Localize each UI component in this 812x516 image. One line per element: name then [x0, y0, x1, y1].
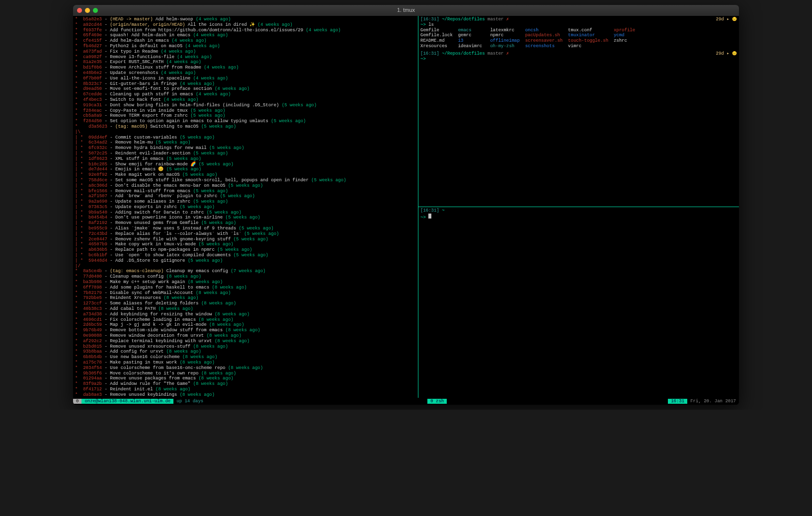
commit-line: | * b10c285 - Show emoji for rainbow-mod… [75, 162, 416, 167]
prompt-path: ~/Repos/dotfiles [442, 17, 485, 22]
commit-line: * 81a2e35 - Export RUST_SRC_PATH (4 week… [75, 60, 416, 65]
commit-line: * 40b38c3 - Add cabal to PATH (8 weeks a… [75, 306, 416, 312]
commit-line: * ba3b986 - Make my c++ setup work again… [75, 280, 416, 285]
commit-line: * f284d50 - Set option to option again i… [75, 119, 416, 124]
status-time: 16:31 [668, 399, 687, 404]
commit-line: |/ [75, 264, 416, 269]
commit-line: | * 59448d4 - Add .DS_Store to gitignore… [75, 258, 416, 264]
commit-line: * bd1f0b6 - Remove Archlinux stuff from … [75, 65, 416, 71]
commit-line: * 9b305f6 - Move colorscheme to it's own… [75, 371, 416, 376]
ls-row: Gemfile.lock gemrc npmrc pacUpdates.sh t… [420, 33, 737, 38]
commit-line: | * b0454b4 - Don't use powerline icons … [75, 215, 416, 221]
commit-line: * 8f41712 - Reindent init.el (8 weeks ag… [75, 387, 416, 392]
commit-line: | * 8af2192 - Remove unused gems from Ge… [75, 221, 416, 226]
commit-line: | * ab636b5 - Replace path to npm-packag… [75, 247, 416, 253]
commit-line: | * 758d6ce - Set some macOS stuff like … [75, 178, 416, 183]
commit-line: | * 1df8623 - XML stuff in emacs (5 week… [75, 156, 416, 162]
commit-line: | * 07363c5 - Update exports in zshrc (5… [75, 205, 416, 210]
terminal-window: 1. tmux * b5a82e3 - (HEAD -> master) Add… [73, 5, 739, 405]
ls-row: README.md i3 offlineimap screensaver.sh … [420, 38, 737, 44]
status-window[interactable]: 0 zsh [427, 399, 447, 404]
commit-line: * 8a5ce4b - (tag: emacs-cleanup) Cleanup… [75, 269, 416, 274]
commit-line: * f284eac - Copy-Paste in vim inside tmu… [75, 108, 416, 114]
commit-line: |\ [75, 130, 416, 135]
prompt-right-info: 29d ▸ 😐 [716, 17, 737, 22]
commit-line: * d3a5623 - (tag: macOS) Switching to ma… [75, 124, 416, 130]
commit-line: * 65f469e - squash! Add helm-dash in ema… [75, 33, 416, 38]
commit-line: * 01294aa - Remove unuse packages from e… [75, 376, 416, 381]
commit-line: | * 9a2a690 - Update some aliases in zsh… [75, 199, 416, 205]
prompt-branch: master ✗ [487, 51, 509, 56]
commit-line: * 83f9a2b - Add window rule for "The Gam… [75, 381, 416, 387]
commit-line: | * 46507b9 - Make copy work in tmux-vi-… [75, 242, 416, 247]
commit-line: | * a2f1507 - Add `brew` and `rbenv` plu… [75, 194, 416, 199]
commit-line: * cfe415f - Add helm-dash in emacs (4 we… [75, 38, 416, 44]
commit-line: * cb5a8a9 - Remove TERM export from zshr… [75, 113, 416, 119]
commit-line: * 8b323c7 - Git-gutter-bars in fringe (4… [75, 81, 416, 87]
tmux-content: * b5a82e3 - (HEAD -> master) Add helm-sw… [73, 16, 739, 398]
commit-line: * 0f7b00f - Use all-the-icons in spaceli… [75, 76, 416, 81]
commit-line: * a673fad - Fix typo in Readme (4 weeks … [75, 49, 416, 55]
titlebar[interactable]: 1. tmux [73, 5, 739, 16]
status-uptime: up 14 days [173, 399, 206, 404]
ls-row: Gemfile emacs latexmkrc oncsh tmux.conf … [420, 28, 737, 33]
commit-line: * a175c78 - Make pasting in tmux work (8… [75, 360, 416, 366]
commit-line: * fb46d27 - Python2 is default on macOS … [75, 44, 416, 49]
commit-line: * 2034f54 - Use colorscheme from base16-… [75, 366, 416, 371]
status-date: Fri, 20. Jan 2017 [687, 399, 739, 404]
status-host: onze@wlan138-048.wlan.uni-ulm.de [81, 399, 173, 404]
commit-line: * 77d0400 - Cleanup emacs config (8 week… [75, 274, 416, 280]
commit-line: | * 6c34ad2 - Remove helm-mu (5 weeks ag… [75, 140, 416, 146]
shell-prompt[interactable]: ~> [420, 57, 737, 62]
commit-line: * f6937fe - Add function from https://gi… [75, 28, 416, 33]
commit-line: * 6ff7898 - Add some plugins for haskell… [75, 285, 416, 291]
commit-line: * 7b82179 - Disable sync of WebMail-Acco… [75, 291, 416, 296]
commit-line: | * bfe1566 - Remove mail-stuff from ema… [75, 189, 416, 194]
right-column: 29d ▸ 😐 [16:31] ~/Repos/dotfiles master … [418, 16, 739, 398]
commit-line: | * 09dd4ef - Commit custom-variables (5… [75, 135, 416, 141]
git-log-pane[interactable]: * b5a82e3 - (HEAD -> master) Add helm-sw… [73, 16, 418, 398]
commit-line: | * 72c43bd - Replace alias for `ls --co… [75, 231, 416, 237]
commit-line: * 1273ccf - Some aliases for deleting fo… [75, 301, 416, 306]
commit-line: * 2d6bc59 - Map j -> gj and k -> gk in e… [75, 322, 416, 328]
ls-row: Xresources ideavimrc oh-my-zsh screensho… [420, 44, 737, 49]
commit-line: * b5a82e3 - (HEAD -> master) Add helm-sw… [75, 17, 416, 22]
commit-line: * 67cedde - Cleaning up path stuff in em… [75, 92, 416, 97]
prompt-path: ~/Repos/dotfiles [442, 51, 485, 56]
shell-pane-top[interactable]: 29d ▸ 😐 [16:31] ~/Repos/dotfiles master … [418, 16, 739, 207]
prompt-time: [16:31] [420, 17, 439, 22]
commit-line: * af292c2 - Replace terminal keybinding … [75, 339, 416, 344]
tmux-statusbar: 0 onze@wlan138-048.wlan.uni-ulm.de up 14… [73, 398, 739, 405]
commit-line: * 93b8baa - Add config for urxvt (8 week… [75, 349, 416, 355]
commit-line: | * 2ce0447 - Remove zshenv file with gn… [75, 237, 416, 242]
prompt-path: ~ [442, 208, 444, 213]
prompt-right-info: 29d ▸ 😐 [716, 51, 737, 57]
commit-line: * 4696cd1 - Fix colorscheme loading in e… [75, 317, 416, 323]
commit-line: * e48b6e2 - Update screenshots (4 weeks … [75, 71, 416, 76]
shell-pane-bottom[interactable]: [16:31] ~ ~> [418, 207, 739, 398]
commit-line: * 0e90088 - Remove window decoration fro… [75, 333, 416, 339]
commit-line: * dab8ae3 - Remove unused keybindings (8… [75, 392, 416, 398]
commit-line: * 4f4bec3 - Switch to Hack font (4 weeks… [75, 97, 416, 103]
commit-line: * a92cd44 - (origin/master, origin/HEAD)… [75, 22, 416, 28]
shell-prompt[interactable]: ~> [420, 214, 737, 221]
commit-line: | * 5072c25 - Reindent evil-leader-secti… [75, 151, 416, 156]
status-session-index[interactable]: 0 [73, 399, 81, 404]
commit-line: * a734d38 - Add keybinding for resizing … [75, 312, 416, 317]
commit-line: * 792bbe5 - Reindent Xresources (8 weeks… [75, 295, 416, 301]
commit-line: | * 6fc932c - Remove hydra bindings for … [75, 146, 416, 151]
cursor-icon [428, 214, 431, 219]
prompt-time: [16:31] [420, 208, 439, 213]
commit-line: | * a8c306d - Don't disable the emacs me… [75, 183, 416, 189]
commit-line: | * de7de44 - Emojis in emacs 😊 (5 weeks… [75, 167, 416, 172]
commit-line: | * 9b9a540 - Adding switch for Darwin t… [75, 210, 416, 216]
commit-line: * 9b76b49 - Remove bottom-side window st… [75, 328, 416, 333]
commit-line: * 6b8b54b - Use new base16 colorscheme (… [75, 355, 416, 360]
prompt-branch: master ✗ [487, 17, 509, 22]
commit-line: * b2bd015 - Remove unused xresources-stu… [75, 344, 416, 350]
commit-line: * ca0982f - Remove i3-functions-file (4 … [75, 55, 416, 60]
commit-line: | * 92e8f92 - Make magit work on macOS (… [75, 172, 416, 178]
commit-line: | * bc6b1bf - Use `open` to show latex c… [75, 253, 416, 258]
prompt-time: [16:31] [420, 51, 439, 56]
commit-line: * 919ca31 - Dont show boring files in he… [75, 103, 416, 108]
